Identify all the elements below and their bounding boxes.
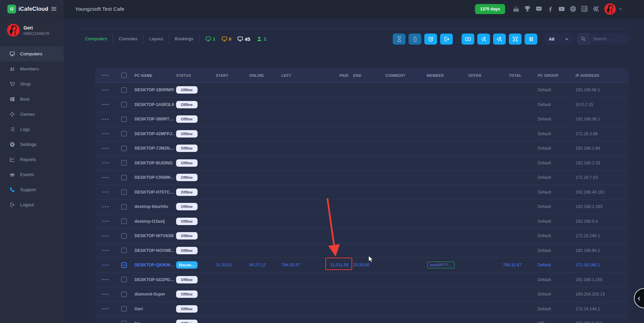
row-checkbox[interactable] xyxy=(121,291,127,297)
tab-layout[interactable]: Layout xyxy=(144,34,169,44)
sidebar-item-settings[interactable]: Settings xyxy=(0,137,64,152)
layers-icon[interactable] xyxy=(592,5,599,12)
row-actions-icon[interactable] xyxy=(102,176,109,179)
table-row[interactable]: desktop-kburh5v Offline Default 192.168.… xyxy=(95,200,629,214)
row-actions-icon[interactable] xyxy=(102,264,109,266)
member-add-button[interactable] xyxy=(493,34,506,45)
tab-bookings[interactable]: Bookings xyxy=(169,34,200,44)
cash-button[interactable] xyxy=(462,34,474,45)
header-comment[interactable]: COMMENT xyxy=(383,73,425,77)
pc-name[interactable]: desktop-l13avij xyxy=(132,219,174,224)
row-actions-icon[interactable] xyxy=(102,278,109,281)
select-all-checkbox[interactable] xyxy=(121,72,127,78)
ranking-icon[interactable] xyxy=(513,5,520,12)
row-checkbox[interactable] xyxy=(121,87,127,93)
row-actions-icon[interactable] xyxy=(102,220,109,222)
facebook-icon[interactable] xyxy=(547,5,554,12)
row-checkbox[interactable] xyxy=(121,146,127,151)
row-checkbox[interactable] xyxy=(121,175,127,180)
table-row[interactable]: DESKTOP-NI7V83M Offline Default 172.23.2… xyxy=(95,229,629,244)
row-checkbox[interactable] xyxy=(121,218,127,224)
table-row[interactable]: desktop-l13avij Offline Default 192.168.… xyxy=(95,214,629,229)
header-total[interactable]: TOTAL xyxy=(496,73,536,77)
pc-name[interactable]: desktop-kburh5v xyxy=(132,204,174,209)
row-actions-icon[interactable] xyxy=(102,89,109,91)
row-checkbox[interactable] xyxy=(121,189,127,195)
alarm-button[interactable] xyxy=(424,34,437,45)
pc-name[interactable]: DESKTOP-H7STC… xyxy=(132,190,174,195)
sidebar-item-games[interactable]: Games xyxy=(0,107,64,122)
row-checkbox[interactable] xyxy=(121,131,127,137)
table-row[interactable]: DESKTOP-CN5MK… Offline Default 172.16.7.… xyxy=(95,170,629,185)
row-checkbox[interactable] xyxy=(121,233,127,239)
table-row[interactable]: diamond-Super Offline Default 169.254.25… xyxy=(95,287,629,302)
row-actions-icon[interactable] xyxy=(102,147,109,150)
header-ip-address[interactable]: IP ADDRESS xyxy=(574,73,629,77)
menu-toggle-icon[interactable] xyxy=(51,6,57,12)
header-left[interactable]: LEFT xyxy=(279,73,320,77)
row-checkbox[interactable] xyxy=(121,160,127,166)
pc-name[interactable]: DESKTOP-QK8O6… xyxy=(132,263,174,267)
battery-button[interactable] xyxy=(409,34,421,45)
sidebar-item-boot[interactable]: Boot xyxy=(0,92,64,107)
row-actions-icon[interactable] xyxy=(102,118,109,120)
header-member[interactable]: MEMBER xyxy=(425,73,466,77)
sidebar-item-logout[interactable]: Logout xyxy=(0,197,64,212)
header-status[interactable]: STATUS xyxy=(174,73,214,77)
sidebar-item-support[interactable]: Support xyxy=(0,182,64,197)
table-row[interactable]: DESKTOP-SD2PD… Offline Default 192.168.1… xyxy=(95,273,629,287)
table-row[interactable]: DESKTOP-H7STC… Offline Default 192.168.4… xyxy=(95,185,629,200)
table-row[interactable]: DESKTOP-3B0RT… Offline Default 192.168.5… xyxy=(95,112,629,127)
row-actions-icon[interactable] xyxy=(102,162,109,164)
pc-name[interactable]: DESKTOP-42MFPJ… xyxy=(132,131,174,136)
hourglass-button[interactable] xyxy=(393,34,406,45)
pc-name[interactable]: DESKTOP-BUDING xyxy=(132,161,174,165)
brand-logo[interactable]: i2 iCafeCloud xyxy=(7,5,48,13)
pc-name[interactable]: DESKTOP-CN5MK… xyxy=(132,175,174,180)
screenshot-button[interactable] xyxy=(509,34,522,45)
row-checkbox[interactable] xyxy=(121,204,127,210)
table-row[interactable]: DESKTOP-3A5R3L9 Offline Default 10.0.2.1… xyxy=(95,98,629,112)
discord-icon[interactable] xyxy=(535,5,542,12)
subscription-days-button[interactable]: 1370 days xyxy=(475,4,505,14)
row-checkbox[interactable] xyxy=(121,306,127,312)
row-checkbox[interactable] xyxy=(121,102,127,107)
pc-name[interactable]: DESKTOP-NOVME… xyxy=(132,248,174,253)
pause-button[interactable] xyxy=(525,34,537,45)
table-row[interactable]: Geri Offline Default 172.24.144.1 xyxy=(95,302,629,317)
table-row[interactable]: DESKTOP-42MFPJ… Offline Default 172.16.3… xyxy=(95,127,629,142)
table-row[interactable]: DESKTOP-7JM2N… Offline Default 192.168.1… xyxy=(95,141,629,156)
header-online[interactable]: ONLINE xyxy=(247,73,279,77)
exit-button[interactable] xyxy=(440,34,453,45)
member-tag[interactable]: test|VIP777… xyxy=(427,262,454,268)
table-row[interactable]: DESKTOP-1B0RMR5 Offline Default 192.168.… xyxy=(95,83,629,98)
search-input[interactable] xyxy=(590,37,629,41)
pc-name[interactable]: Geri xyxy=(132,307,174,311)
sidebar-item-reports[interactable]: Reports xyxy=(0,152,64,167)
youtube-icon[interactable] xyxy=(558,5,565,12)
sidebar-item-members[interactable]: Members xyxy=(0,61,64,76)
pc-name[interactable]: DESKTOP-NI7V83M xyxy=(132,233,174,238)
row-checkbox[interactable] xyxy=(121,116,127,122)
icafecloud-icon[interactable] xyxy=(581,5,588,12)
pc-group-filter[interactable]: All xyxy=(544,33,573,45)
sidebar-item-logs[interactable]: Logs xyxy=(0,122,64,137)
row-actions-icon[interactable] xyxy=(102,132,109,135)
user-menu[interactable] xyxy=(604,3,623,15)
header-pc-name[interactable]: PC NAME xyxy=(132,73,174,77)
table-row[interactable]: DESKTOP-NOVME… Offline Default 192.168.8… xyxy=(95,244,629,258)
globe-icon[interactable] xyxy=(570,5,577,12)
table-row[interactable]: DESKTOP-BUDING Offline Default 192.168.2… xyxy=(95,156,629,171)
pc-name[interactable]: hp xyxy=(132,321,174,323)
row-checkbox[interactable] xyxy=(121,277,127,282)
header-paid[interactable]: PAID xyxy=(320,73,351,77)
member-star-button[interactable] xyxy=(477,34,490,45)
pc-name[interactable]: DESKTOP-7JM2N… xyxy=(132,146,174,151)
row-checkbox[interactable] xyxy=(121,262,127,268)
table-row[interactable]: hp Offline VIP 192.168.0.112 xyxy=(95,316,629,323)
sidebar-item-shop[interactable]: Shop xyxy=(0,76,64,92)
row-actions-icon[interactable] xyxy=(102,249,109,252)
row-actions-icon[interactable] xyxy=(102,308,109,310)
pc-name[interactable]: diamond-Super xyxy=(132,292,174,297)
header-end[interactable]: END xyxy=(351,73,383,77)
